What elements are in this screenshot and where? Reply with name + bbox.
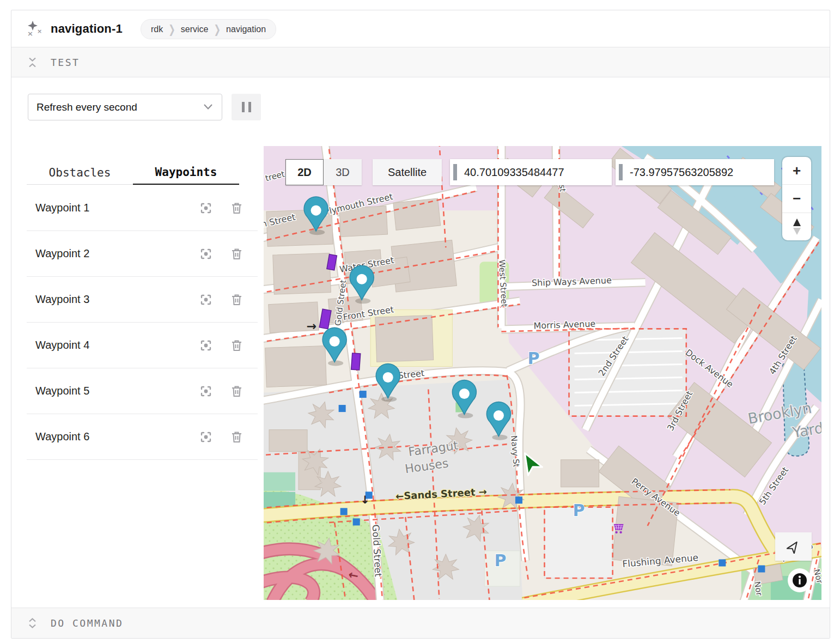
breadcrumb-separator: ❯ bbox=[214, 22, 221, 36]
do-command-section-bar[interactable]: DO COMMAND bbox=[11, 608, 830, 638]
pause-icon bbox=[242, 102, 245, 112]
obstacle-marker bbox=[351, 353, 361, 370]
compass-button[interactable] bbox=[782, 213, 811, 240]
locate-robot-button[interactable] bbox=[775, 532, 812, 561]
zoom-out-button[interactable]: − bbox=[782, 184, 811, 212]
traffic-signal-marker bbox=[758, 565, 765, 572]
traffic-signal-marker bbox=[719, 559, 726, 566]
traffic-signal-marker bbox=[353, 518, 360, 525]
breadcrumb-item[interactable]: navigation bbox=[226, 25, 266, 34]
focus-waypoint-button[interactable] bbox=[199, 338, 213, 353]
delete-waypoint-button[interactable] bbox=[229, 430, 244, 444]
parking-icon: P bbox=[494, 551, 506, 570]
latitude-input[interactable] bbox=[450, 159, 612, 185]
navigation-arrow-icon bbox=[787, 539, 801, 554]
latitude-drag-handle[interactable] bbox=[453, 164, 457, 180]
page-title: navigation-1 bbox=[51, 10, 123, 47]
focus-waypoint-button[interactable] bbox=[199, 430, 213, 444]
refresh-rate-value: Refresh every second bbox=[36, 101, 137, 113]
traffic-signal-marker bbox=[340, 508, 348, 515]
breadcrumb: rdk❯service❯navigation bbox=[141, 19, 276, 39]
parking-icon: P bbox=[527, 349, 539, 368]
waypoint-label: Waypoint 5 bbox=[35, 385, 182, 397]
map-satellite-button[interactable]: Satellite bbox=[373, 159, 442, 185]
trash-icon bbox=[230, 430, 243, 444]
map-label: → bbox=[307, 319, 316, 333]
delete-waypoint-button[interactable] bbox=[229, 293, 244, 307]
svg-text:×: × bbox=[27, 29, 33, 38]
traffic-signal-marker bbox=[515, 496, 522, 504]
focus-icon bbox=[199, 339, 212, 352]
delete-waypoint-button[interactable] bbox=[229, 201, 244, 215]
traffic-signal-marker bbox=[339, 405, 346, 412]
test-section-bar[interactable]: TEST bbox=[11, 47, 830, 77]
chevron-down-icon bbox=[203, 104, 213, 110]
traffic-signal-marker bbox=[360, 391, 367, 398]
header: × × navigation-1 rdk❯service❯navigation bbox=[11, 10, 830, 47]
map-2d-button[interactable]: 2D bbox=[285, 159, 324, 185]
waypoint-row: Waypoint 6 bbox=[27, 414, 258, 460]
waypoint-label: Waypoint 6 bbox=[35, 430, 182, 443]
longitude-input[interactable] bbox=[616, 159, 774, 185]
focus-icon bbox=[199, 430, 212, 444]
do-command-section-label: DO COMMAND bbox=[51, 617, 123, 629]
waypoint-row: Waypoint 2 bbox=[27, 231, 258, 277]
map-3d-button[interactable]: 3D bbox=[324, 159, 362, 185]
map-attribution-button[interactable] bbox=[788, 568, 812, 592]
waypoint-label: Waypoint 4 bbox=[35, 339, 182, 351]
waypoint-row: Waypoint 1 bbox=[27, 185, 258, 231]
expand-icon[interactable] bbox=[28, 617, 36, 629]
delete-waypoint-button[interactable] bbox=[229, 384, 244, 398]
delete-waypoint-button[interactable] bbox=[229, 247, 244, 261]
collapse-icon[interactable] bbox=[28, 57, 36, 68]
panel-tabs: ObstaclesWaypoints bbox=[27, 161, 239, 185]
navigation-service-icon: × × bbox=[25, 19, 43, 38]
focus-waypoint-button[interactable] bbox=[199, 247, 213, 261]
map-canvas[interactable]: PPP Plymouth Streeth StreettreetWater St… bbox=[264, 146, 821, 600]
compass-icon bbox=[792, 218, 802, 235]
waypoint-row: Waypoint 3 bbox=[27, 277, 258, 323]
focus-waypoint-button[interactable] bbox=[199, 293, 213, 307]
refresh-rate-select[interactable]: Refresh every second bbox=[28, 94, 222, 120]
focus-icon bbox=[199, 293, 212, 306]
waypoint-label: Waypoint 3 bbox=[35, 293, 182, 306]
focus-waypoint-button[interactable] bbox=[199, 384, 213, 398]
trash-icon bbox=[230, 247, 243, 260]
trash-icon bbox=[230, 202, 243, 215]
pause-refresh-button[interactable] bbox=[232, 94, 261, 120]
pause-icon bbox=[248, 102, 251, 112]
breadcrumb-item[interactable]: service bbox=[181, 25, 209, 34]
navigation-map[interactable]: PPP Plymouth Streeth StreettreetWater St… bbox=[264, 146, 821, 600]
map-zoom-controls: + − bbox=[782, 157, 811, 240]
tab-obstacles[interactable]: Obstacles bbox=[27, 161, 133, 184]
focus-icon bbox=[199, 247, 212, 260]
trash-icon bbox=[230, 293, 243, 306]
delete-waypoint-button[interactable] bbox=[229, 338, 244, 353]
longitude-drag-handle[interactable] bbox=[619, 164, 623, 180]
breadcrumb-separator: ❯ bbox=[168, 22, 175, 36]
parking-icon: P bbox=[573, 501, 585, 520]
info-icon bbox=[792, 573, 807, 588]
focus-waypoint-button[interactable] bbox=[199, 201, 213, 215]
breadcrumb-item[interactable]: rdk bbox=[151, 25, 163, 34]
test-section-label: TEST bbox=[51, 57, 80, 68]
waypoint-label: Waypoint 2 bbox=[35, 247, 182, 260]
waypoint-row: Waypoint 4 bbox=[27, 323, 258, 368]
map-label: Morris Avenue bbox=[533, 318, 595, 331]
navigation-card: × × navigation-1 rdk❯service❯navigation … bbox=[11, 10, 830, 639]
trash-icon bbox=[230, 385, 243, 398]
waypoint-list: Waypoint 1 bbox=[27, 185, 258, 460]
waypoint-label: Waypoint 1 bbox=[35, 202, 182, 214]
zoom-in-button[interactable]: + bbox=[782, 157, 811, 184]
focus-icon bbox=[199, 202, 212, 215]
map-label: ↓ bbox=[361, 493, 370, 506]
waypoint-row: Waypoint 5 bbox=[27, 368, 258, 414]
svg-text:×: × bbox=[37, 28, 42, 35]
focus-icon bbox=[199, 385, 212, 398]
tab-waypoints[interactable]: Waypoints bbox=[133, 161, 239, 185]
trash-icon bbox=[230, 339, 243, 352]
